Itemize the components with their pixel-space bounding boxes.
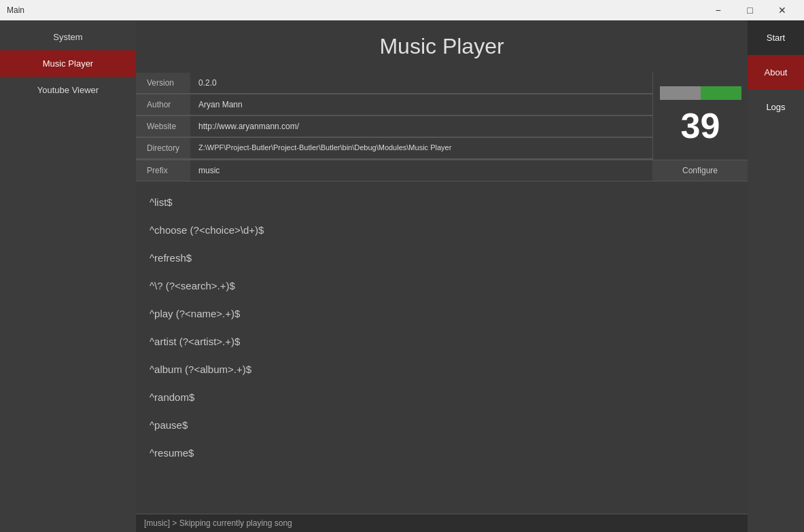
sidebar-item-youtube-viewer[interactable]: Youtube Viewer: [0, 77, 136, 103]
about-button[interactable]: About: [748, 55, 804, 90]
progress-bar-empty: [660, 86, 701, 100]
close-button[interactable]: ✕: [767, 0, 797, 20]
author-label: Author: [136, 94, 190, 116]
website-label: Website: [136, 116, 190, 137]
website-row: Website http://www.aryanmann.com/: [136, 116, 652, 138]
prefix-section: Prefix music: [136, 160, 652, 181]
minimize-button[interactable]: −: [703, 0, 733, 20]
app-body: System Music Player Youtube Viewer Music…: [0, 20, 804, 532]
command-item: ^pause$: [150, 411, 734, 439]
sidebar-item-system[interactable]: System: [0, 24, 136, 50]
right-panel: Start About Logs: [748, 20, 804, 532]
info-section: Version 0.2.0 Author Aryan Mann Website …: [136, 73, 748, 160]
page-title: Music Player: [136, 20, 748, 73]
progress-bar: [660, 86, 741, 100]
website-value: http://www.aryanmann.com/: [190, 116, 652, 137]
configure-button[interactable]: Configure: [652, 160, 748, 181]
start-button[interactable]: Start: [748, 20, 804, 55]
command-item: ^refresh$: [150, 244, 734, 272]
stats-panel: 39: [652, 73, 748, 160]
command-item: ^\? (?<search>.+)$: [150, 272, 734, 300]
logs-button[interactable]: Logs: [748, 90, 804, 124]
command-item: ^random$: [150, 383, 734, 411]
directory-value: Z:\WPF\Project-Butler\Project-Butler\But…: [190, 138, 652, 159]
command-item: ^choose (?<choice>\d+)$: [150, 216, 734, 244]
window-title: Main: [7, 5, 24, 15]
sidebar-item-music-player[interactable]: Music Player: [0, 50, 136, 77]
sidebar: System Music Player Youtube Viewer: [0, 20, 136, 532]
author-value: Aryan Mann: [190, 94, 652, 116]
author-row: Author Aryan Mann: [136, 94, 652, 116]
window-controls: − □ ✕: [703, 0, 797, 20]
command-item: ^artist (?<artist>.+)$: [150, 327, 734, 355]
maximize-button[interactable]: □: [735, 0, 765, 20]
main-content: Music Player Version 0.2.0 Author Aryan …: [136, 20, 748, 532]
version-value: 0.2.0: [190, 73, 652, 94]
configure-row: Prefix music Configure: [136, 160, 748, 181]
command-item: ^resume$: [150, 439, 734, 467]
command-item: ^album (?<album>.+)$: [150, 355, 734, 383]
directory-row: Directory Z:\WPF\Project-Butler\Project-…: [136, 138, 652, 160]
prefix-value: music: [190, 160, 652, 181]
version-label: Version: [136, 73, 190, 94]
commands-list: ^list$^choose (?<choice>\d+)$^refresh$^\…: [136, 181, 748, 514]
directory-label: Directory: [136, 138, 190, 159]
status-bar: [music] > Skipping currently playing son…: [136, 514, 748, 532]
command-item: ^play (?<name>.+)$: [150, 300, 734, 327]
command-item: ^list$: [150, 188, 734, 216]
prefix-label: Prefix: [136, 160, 190, 181]
title-bar: Main − □ ✕: [0, 0, 804, 20]
progress-bar-fill: [701, 86, 741, 100]
info-table: Version 0.2.0 Author Aryan Mann Website …: [136, 73, 652, 160]
song-count: 39: [681, 105, 720, 146]
